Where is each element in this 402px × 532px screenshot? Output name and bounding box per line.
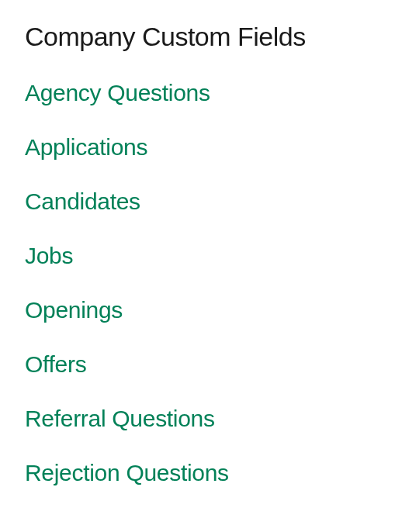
- link-offers[interactable]: Offers: [25, 351, 86, 377]
- link-jobs[interactable]: Jobs: [25, 243, 73, 268]
- list-item: Applications: [25, 134, 377, 161]
- list-item: Candidates: [25, 188, 377, 215]
- link-openings[interactable]: Openings: [25, 297, 123, 323]
- link-candidates[interactable]: Candidates: [25, 188, 140, 214]
- list-item: Referral Questions: [25, 406, 377, 432]
- list-item: Offers: [25, 351, 377, 378]
- list-item: Agency Questions: [25, 80, 377, 106]
- link-referral-questions[interactable]: Referral Questions: [25, 406, 215, 431]
- page-title: Company Custom Fields: [25, 22, 377, 52]
- link-applications[interactable]: Applications: [25, 134, 147, 160]
- custom-fields-link-list: Agency Questions Applications Candidates…: [25, 80, 377, 486]
- link-agency-questions[interactable]: Agency Questions: [25, 80, 210, 105]
- list-item: Rejection Questions: [25, 460, 377, 486]
- list-item: Openings: [25, 297, 377, 323]
- list-item: Jobs: [25, 243, 377, 269]
- link-rejection-questions[interactable]: Rejection Questions: [25, 460, 229, 485]
